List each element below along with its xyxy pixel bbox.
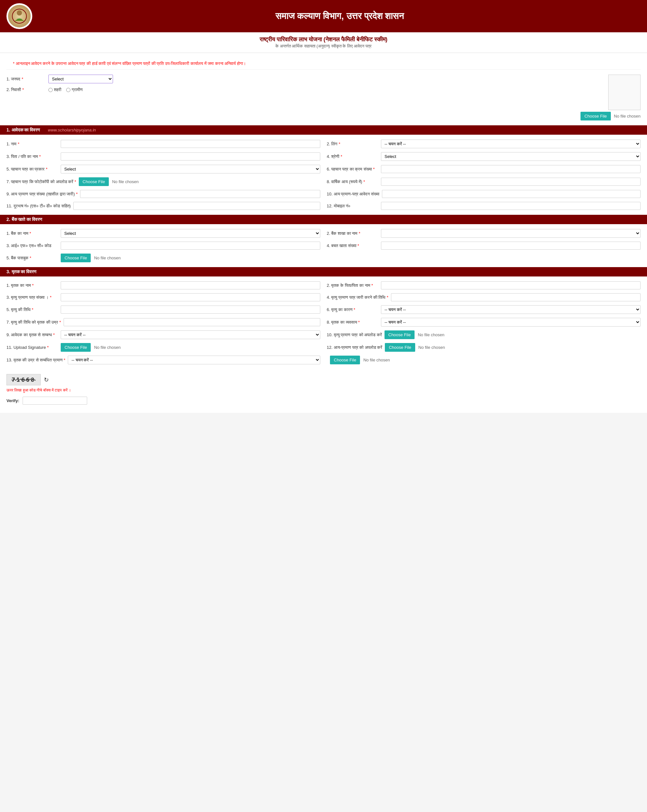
doordhwani-label: 11. दूरभाष नं० (एस० टी० डी० कोड सहित): [6, 203, 71, 209]
mrtak-umar-pramaan-label: 13. मृतक की उम्र से सम्बंधित प्रमाण *: [6, 357, 65, 363]
captcha-display: 71668: [6, 374, 41, 385]
ling-label: 2. लिंग *: [327, 142, 378, 147]
signature-upload-label: 11. Upload Signature *: [6, 345, 58, 350]
aay-pramaan-choose-file-button[interactable]: Choose File: [385, 343, 415, 352]
aay-pramaan-aavedan-input[interactable]: [382, 190, 641, 198]
shreni-select[interactable]: Select: [381, 152, 641, 161]
captcha-section: 71668 ↻ ऊपर लिखा हुआ कोड नीचे बॉक्स में …: [6, 371, 641, 408]
mrityu-pramaan-tithi-input[interactable]: [391, 293, 641, 301]
header: समाज कल्याण विभाग, उत्तर प्रदेश शासन: [0, 0, 647, 32]
mrtak-pita-label: 2. मृतक के पिता/पिता का नाम *: [327, 283, 378, 288]
section1-header: 1. आवेदक का विवरण www.scholarshipyojana.…: [0, 125, 647, 135]
doordhwani-input[interactable]: [73, 202, 320, 210]
mrityu-pramaan-upload-label: 10. मृत्यु प्रमाण पत्र को अपलोड करें: [327, 332, 382, 337]
subheader-subtitle: के अन्तर्गत आर्थिक सहायता (अनुदान) स्वीक…: [4, 44, 643, 49]
mrtak-umar-pramaan-select[interactable]: -- चयन करें --: [68, 356, 320, 364]
mrityu-tithi-input[interactable]: [61, 305, 320, 314]
aavedan-sambandh-select[interactable]: -- चयन करें --: [61, 330, 320, 339]
niwasi-label: 2. निवासी *: [6, 87, 45, 92]
mrityu-pramaan-no-file: No file chosen: [418, 332, 444, 337]
ifsc-label: 3. आई० एफ० एस० सी० कोड: [6, 243, 58, 248]
bank-shakha-label: 2. बैंक शाखा का नाम *: [327, 231, 378, 236]
mrtak-vyavsay-label: 8. मृतक का व्यवसाय *: [327, 320, 378, 325]
urban-radio[interactable]: शहरी: [49, 87, 61, 92]
aay-pramaan-upload-label: 12. आय-प्रमाण पत्र को अपलोड करें: [327, 345, 382, 350]
mrityu-karan-select[interactable]: -- चयन करें --: [381, 305, 641, 314]
bachat-khata-label: 4. बचत खाता संख्या *: [327, 243, 378, 248]
verify-label: Verify:: [6, 398, 19, 403]
bank-shakha-select[interactable]: [381, 229, 641, 238]
subheader: राष्ट्रीय पारिवारिक लाभ योजना (नेशनल फैम…: [0, 32, 647, 53]
notice-text: * आनलाइन आवेदन करने के उपरान्त आवेदन पत्…: [6, 58, 641, 70]
rural-radio[interactable]: ग्रामीण: [66, 87, 83, 92]
ling-select[interactable]: -- चयन करें --: [381, 139, 641, 148]
mrityu-pramaan-sankhya-input[interactable]: [61, 293, 320, 301]
janpad-select[interactable]: Select: [49, 75, 113, 83]
verify-input[interactable]: [23, 397, 87, 405]
bank-passbook-no-file: No file chosen: [94, 255, 120, 260]
section3-header: 3. मृतक का विवरण: [0, 267, 647, 276]
mobile-label: 12. मोबाइल नं०: [327, 203, 378, 209]
aay-pramaan-sankhya-label: 9. आय प्रमाण पत्र संख्या (तहसील द्वारा ज…: [6, 192, 78, 197]
svg-point-1: [17, 10, 22, 15]
pehchan-kram-label: 6. पहचान पत्र का क्रम संख्या *: [327, 167, 378, 172]
mrityu-karan-label: 6. मृत्यु का कारण *: [327, 307, 378, 312]
photo-box: [608, 75, 641, 110]
captcha-refresh-icon[interactable]: ↻: [44, 376, 49, 383]
photo-choose-file-button[interactable]: Choose File: [580, 112, 610, 121]
mrtak-naam-label: 1. मृतक का नाम *: [6, 283, 58, 288]
bachat-khata-input[interactable]: [381, 241, 641, 250]
pehchan-choose-file-button[interactable]: Choose File: [79, 177, 109, 186]
pehchan-kram-input[interactable]: [381, 165, 641, 173]
pehchan-prakar-label: 5. पहचान पत्र का प्रकार *: [6, 167, 58, 172]
mrityu-pramaan-tithi-label: 4. मृत्यु प्रमाण पत्र जारी करने की तिथि …: [327, 295, 388, 300]
header-title: समाज कल्याण विभाग, उत्तर प्रदेश शासन: [39, 11, 641, 21]
pehchan-upload-label: 7. पहचान पत्र कि फोटोकॉपी को अपलोड करें …: [6, 179, 76, 185]
pehchan-no-file: No file chosen: [112, 179, 139, 184]
mrtak-umar-pramaan-no-file: No file chosen: [363, 357, 390, 362]
pita-input[interactable]: [61, 153, 320, 160]
section2-header: 2. बैंक खाते का विवरण: [0, 215, 647, 224]
ifsc-input[interactable]: [61, 241, 320, 250]
varshik-aay-label: 8. वार्षिक आय (रूपये में) *: [327, 179, 378, 185]
bank-naam-select[interactable]: Select: [61, 229, 320, 238]
watermark: www.scholarshipyojana.in: [48, 128, 96, 133]
mrtak-umar-pramaan-choose-file-button[interactable]: Choose File: [330, 356, 360, 364]
mrtak-pita-input[interactable]: [381, 281, 641, 289]
captcha-instruction: ऊपर लिखा हुआ कोड नीचे बॉक्स में टाइप करे…: [6, 388, 641, 392]
mrityu-pramaan-sankhya-label: 3. मृत्यु प्रमाण पत्र संख्या । *: [6, 295, 58, 300]
aavedan-sambandh-label: 9. आवेदक का मृतक से सम्बन्ध *: [6, 332, 58, 337]
mrtak-vyavsay-select[interactable]: -- चयन करें --: [381, 318, 641, 327]
aay-pramaan-no-file: No file chosen: [419, 345, 445, 350]
naam-label: 1. नाम *: [6, 142, 58, 147]
varshik-aay-input[interactable]: [381, 178, 641, 186]
mrityu-tithi-label: 5. मृत्यु की तिथि *: [6, 307, 58, 312]
aay-pramaan-aavedan-label: 10. आय प्रमाण-पत्र आवेदन संख्या: [327, 192, 379, 197]
naam-input[interactable]: [61, 140, 320, 148]
pita-label: 3. पिता / पति का नाम *: [6, 154, 58, 159]
pehchan-prakar-select[interactable]: Select: [61, 165, 320, 174]
mrtak-umar-input[interactable]: [64, 318, 320, 326]
mobile-input[interactable]: [381, 202, 641, 210]
janpad-label: 1. जनपद *: [6, 76, 45, 82]
photo-no-file: No file chosen: [614, 114, 641, 119]
aay-pramaan-sankhya-input[interactable]: [80, 190, 320, 198]
bank-passbook-label: 5. बैंक पासबुक *: [6, 255, 58, 261]
subheader-title: राष्ट्रीय पारिवारिक लाभ योजना (नेशनल फैम…: [4, 36, 643, 43]
bank-passbook-choose-file-button[interactable]: Choose File: [61, 253, 91, 262]
mrtak-umar-label: 7. मृत्यु की तिथि को मृतक की उम्र *: [6, 320, 61, 325]
bank-naam-label: 1. बैंक का नाम *: [6, 231, 58, 236]
signature-no-file: No file chosen: [94, 345, 120, 350]
mrtak-naam-input[interactable]: [61, 281, 320, 289]
shreni-label: 4. श्रेणी *: [327, 154, 378, 159]
header-logo: [6, 3, 32, 29]
mrityu-pramaan-choose-file-button[interactable]: Choose File: [385, 330, 414, 339]
signature-choose-file-button[interactable]: Choose File: [61, 343, 91, 352]
